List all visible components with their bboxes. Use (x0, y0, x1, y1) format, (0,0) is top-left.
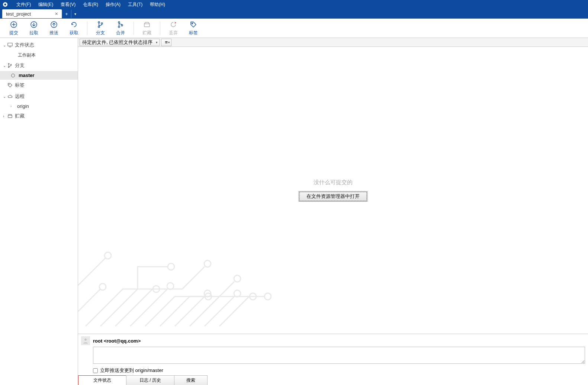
push-button[interactable]: 推送 (44, 19, 64, 38)
commit-label: 提交 (9, 30, 18, 36)
svg-point-27 (204, 260, 211, 267)
tab-file-status[interactable]: 文件状态 (78, 375, 126, 385)
commit-user-line: root <root@qq.com> (93, 338, 141, 344)
menu-file[interactable]: 文件(F) (13, 0, 35, 9)
push-immediately-checkbox[interactable] (93, 368, 98, 373)
sidebar-branches-header[interactable]: ⌄ 分支 (0, 60, 78, 71)
menu-view[interactable]: 查看(V) (57, 0, 79, 9)
user-avatar-icon (81, 336, 90, 345)
tab-log-history[interactable]: 日志 / 历史 (126, 375, 174, 385)
toolbar-separator-3 (160, 22, 160, 35)
svg-point-12 (118, 22, 120, 23)
menu-help[interactable]: 帮助(H) (146, 0, 169, 9)
svg-point-25 (153, 286, 160, 292)
svg-point-21 (8, 67, 9, 68)
branch-name: master (19, 73, 35, 78)
tab-dropdown-icon[interactable]: ▾ (71, 10, 79, 18)
menu-bar: 文件(F) 编辑(E) 查看(V) 仓库(R) 操作(A) 工具(T) 帮助(H… (0, 0, 588, 9)
add-tab-button[interactable]: + (62, 10, 71, 18)
fetch-icon (70, 20, 78, 29)
menu-repo[interactable]: 仓库(R) (79, 0, 102, 9)
repo-tab[interactable]: test_project × (2, 9, 62, 18)
svg-point-30 (234, 275, 241, 282)
toolbar: 提交 拉取 推送 获取 分支 合并 贮藏 (0, 19, 588, 38)
sidebar: ⌄ 文件状态 工作副本 ⌄ 分支 master 标签 ⌄ (0, 38, 78, 385)
svg-point-35 (99, 283, 106, 290)
repo-tab-label: test_project (6, 11, 31, 17)
branch-button[interactable]: 分支 (90, 19, 110, 38)
commit-icon (10, 20, 17, 29)
svg-point-23 (9, 84, 10, 85)
svg-rect-15 (144, 24, 150, 27)
cloud-icon (7, 94, 15, 99)
svg-point-22 (10, 64, 12, 65)
menu-tools[interactable]: 工具(T) (124, 0, 146, 9)
background-circuit-decoration (78, 237, 286, 334)
view-mode-dropdown[interactable]: ≡ (161, 39, 171, 46)
pull-button[interactable]: 拉取 (24, 19, 44, 38)
pending-files-label: 待定的文件, 已依照文件状态排序 (82, 39, 152, 46)
svg-point-16 (175, 22, 176, 23)
svg-point-29 (205, 293, 212, 300)
merge-label: 合并 (116, 30, 125, 36)
chevron-down-icon: ⌄ (3, 43, 7, 47)
tag-button[interactable]: 标签 (183, 19, 203, 38)
push-label: 推送 (49, 30, 58, 36)
svg-point-36 (105, 252, 111, 259)
push-immediately-label: 立即推送变更到 origin/master (100, 367, 163, 374)
svg-point-11 (101, 23, 103, 24)
commit-panel: root <root@qq.com> 立即推送变更到 origin/master… (78, 334, 588, 385)
discard-button[interactable]: 丢弃 (163, 19, 183, 38)
tag-label: 标签 (189, 30, 198, 36)
branch-icon (97, 20, 104, 29)
filter-bar: 待定的文件, 已依照文件状态排序 ≡ (78, 38, 588, 47)
nothing-to-commit-text: 没什么可提交的 (314, 179, 353, 186)
svg-point-17 (192, 23, 193, 24)
svg-point-9 (98, 22, 100, 23)
empty-state: 没什么可提交的 在文件资源管理器中打开 (78, 47, 588, 334)
pending-files-dropdown[interactable]: 待定的文件, 已依照文件状态排序 (80, 39, 160, 46)
content-area: 待定的文件, 已依照文件状态排序 ≡ 没什么可提交的 (78, 38, 588, 385)
close-tab-icon[interactable]: × (55, 11, 58, 17)
tag-icon (190, 20, 197, 29)
sidebar-files-label: 文件状态 (15, 42, 34, 48)
sidebar-branch-master[interactable]: master (0, 71, 78, 80)
svg-point-10 (98, 26, 100, 28)
merge-icon (117, 20, 124, 29)
sidebar-tags-header[interactable]: 标签 (0, 80, 78, 91)
svg-point-1 (4, 3, 6, 5)
svg-point-28 (167, 283, 174, 289)
sidebar-remotes-label: 远程 (15, 93, 25, 100)
commit-message-input[interactable] (93, 347, 585, 364)
stash-button[interactable]: 贮藏 (137, 19, 157, 38)
sidebar-remotes-header[interactable]: ⌄ 远程 (0, 91, 78, 102)
merge-button[interactable]: 合并 (110, 19, 131, 38)
stash-label: 贮藏 (142, 30, 151, 36)
bottom-tab-bar: 文件状态 日志 / 历史 搜索 (78, 374, 207, 385)
fetch-button[interactable]: 获取 (64, 19, 84, 38)
svg-rect-18 (8, 43, 12, 46)
toolbar-separator-2 (134, 22, 134, 35)
tag-small-icon (7, 83, 15, 88)
open-in-explorer-button[interactable]: 在文件资源管理器中打开 (299, 191, 367, 202)
app-logo-icon (2, 1, 8, 7)
svg-point-34 (264, 293, 271, 300)
sidebar-files-header[interactable]: ⌄ 文件状态 (0, 39, 78, 51)
svg-point-37 (84, 339, 87, 341)
menu-actions[interactable]: 操作(A) (102, 0, 124, 9)
discard-label: 丢弃 (169, 30, 178, 36)
tab-search[interactable]: 搜索 (174, 375, 208, 385)
chevron-right-icon: › (3, 114, 7, 118)
sidebar-stashes-header[interactable]: › 贮藏 (0, 110, 78, 122)
commit-button[interactable]: 提交 (4, 19, 24, 38)
sidebar-stashes-label: 贮藏 (15, 113, 25, 119)
branch-small-icon (7, 63, 15, 68)
sidebar-remote-origin[interactable]: › origin (0, 102, 78, 110)
sidebar-working-copy[interactable]: 工作副本 (0, 51, 78, 60)
svg-rect-24 (8, 115, 12, 118)
svg-point-33 (234, 290, 241, 297)
svg-point-32 (250, 293, 256, 300)
sidebar-tags-label: 标签 (15, 82, 25, 89)
menu-edit[interactable]: 编辑(E) (35, 0, 57, 9)
pull-label: 拉取 (29, 30, 38, 36)
